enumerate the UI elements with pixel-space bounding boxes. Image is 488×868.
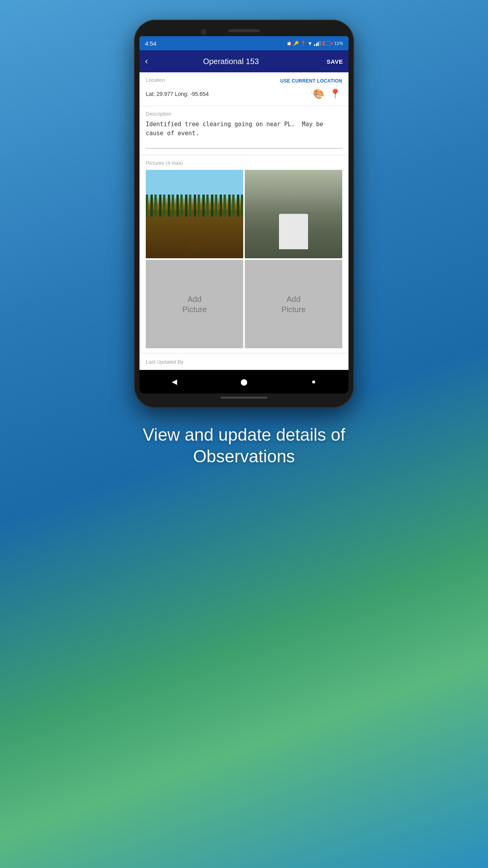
- caption-line2: Observations: [193, 447, 295, 466]
- caption-line1: View and update details of: [143, 425, 345, 444]
- coordinates-display: Lat: 29.977 Long: -95.654: [146, 91, 209, 97]
- phone-nav-bar: ◀ ⬤ ■: [139, 370, 349, 394]
- location-action-icons: 🎨 📍: [312, 87, 342, 101]
- location-section: Location USE CURRENT LOCATION Lat: 29.97…: [139, 72, 349, 106]
- add-picture-label-1: AddPicture: [182, 294, 207, 314]
- wifi-icon: ▼: [308, 40, 313, 46]
- signal-bars: [314, 41, 321, 46]
- palette-icon[interactable]: 🎨: [312, 87, 326, 101]
- nav-back-button[interactable]: ◀: [167, 374, 182, 390]
- save-button[interactable]: SAVE: [327, 58, 343, 65]
- description-label: Description: [146, 111, 342, 117]
- phone-speaker: [228, 29, 260, 32]
- status-icons: ⏰ 🔑 📍 ▼: [286, 40, 343, 46]
- pictures-label: Pictures (4 max): [146, 160, 342, 166]
- add-picture-label-2: AddPicture: [281, 294, 306, 314]
- location-header: Location USE CURRENT LOCATION: [146, 77, 342, 85]
- nav-home-button[interactable]: ⬤: [236, 374, 252, 390]
- content-area: Location USE CURRENT LOCATION Lat: 29.97…: [139, 72, 349, 370]
- photo-1-trees-overlay: [146, 195, 243, 217]
- location-label: Location: [146, 77, 165, 83]
- signal-bar-1: [314, 44, 315, 46]
- battery-indicator: [322, 41, 333, 46]
- phone-camera: [201, 29, 206, 35]
- description-input[interactable]: [146, 118, 342, 149]
- signal-bar-4: [319, 41, 321, 46]
- battery-percent: 11%: [334, 41, 343, 46]
- phone-device: 4:54 ⏰ 🔑 📍 ▼: [134, 20, 354, 408]
- phone-top-bar: [139, 27, 349, 36]
- photo-1[interactable]: [146, 170, 243, 258]
- signal-bar-2: [316, 43, 317, 46]
- battery-body: [322, 41, 331, 46]
- use-current-location-button[interactable]: USE CURRENT LOCATION: [280, 78, 342, 84]
- battery-cap: [332, 42, 333, 44]
- battery-fill: [323, 42, 325, 45]
- description-section: Description: [139, 106, 349, 155]
- status-time: 4:54: [145, 40, 156, 47]
- caption-area: View and update details of Observations: [127, 424, 361, 467]
- back-button[interactable]: ‹: [145, 55, 151, 68]
- key-icon: 🔑: [294, 41, 299, 46]
- phone-screen: 4:54 ⏰ 🔑 📍 ▼: [139, 36, 349, 394]
- photo-2[interactable]: [245, 170, 342, 258]
- nav-recents-button[interactable]: ■: [306, 374, 321, 390]
- app-header: ‹ Operational 153 SAVE: [139, 50, 349, 72]
- signal-bar-3: [317, 42, 319, 46]
- location-row: Lat: 29.977 Long: -95.654 🎨 📍: [146, 87, 342, 101]
- pictures-section: Pictures (4 max) AddPicture: [139, 155, 349, 353]
- pictures-grid: AddPicture AddPicture: [146, 170, 342, 349]
- phone-home-indicator: [220, 397, 268, 399]
- location-status-icon: 📍: [301, 41, 306, 46]
- last-updated-section: Last Updated By: [139, 353, 349, 370]
- page-title: Operational 153: [151, 57, 311, 66]
- status-bar: 4:54 ⏰ 🔑 📍 ▼: [139, 36, 349, 50]
- caption-text: View and update details of Observations: [143, 424, 345, 467]
- add-picture-button-1[interactable]: AddPicture: [146, 260, 243, 348]
- map-pin-icon[interactable]: 📍: [328, 87, 342, 101]
- add-picture-button-2[interactable]: AddPicture: [245, 260, 342, 348]
- phone-frame: 4:54 ⏰ 🔑 📍 ▼: [134, 20, 354, 408]
- last-updated-label: Last Updated By: [146, 359, 183, 365]
- alarm-icon: ⏰: [286, 41, 292, 46]
- phone-bottom-bar: [139, 394, 349, 401]
